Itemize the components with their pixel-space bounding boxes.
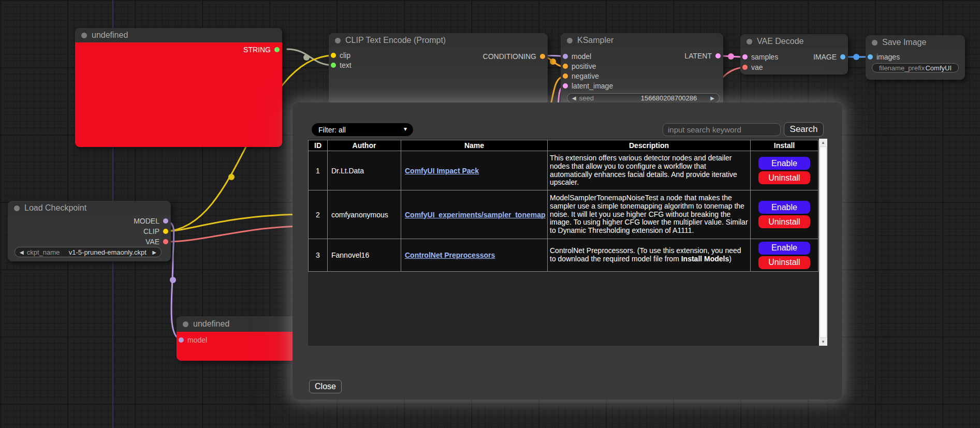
input-slot-positive[interactable] [563,64,568,69]
input-label: latent_image [572,82,613,90]
table-scroll-area: ID Author Name Description Install 1 Dr.… [308,139,827,346]
node-title-bar[interactable]: Save Image [866,35,965,50]
node-title-bar[interactable]: KSampler [561,33,723,48]
node-title-bar[interactable]: VAE Decode [740,34,848,49]
custom-nodes-manager-dialog: Filter: all ▾ Search ID Author Name Desc… [292,102,842,400]
wire-clip-branch [165,214,299,231]
input-slot-model[interactable] [179,337,184,343]
scrollbar-thumb[interactable] [820,146,827,338]
input-slot-negative[interactable] [563,73,568,79]
input-label: vae [751,63,763,71]
scroll-up-icon[interactable]: ▲ [819,139,827,146]
cell-id: 3 [309,239,328,272]
cell-author: Dr.Lt.Data [328,151,401,190]
output-slot-model[interactable] [163,218,168,224]
ckpt-name-widget[interactable]: ◀ ckpt_name v1-5-pruned-emaonly.ckpt ▶ [14,247,162,257]
scroll-down-icon[interactable]: ▼ [819,338,827,346]
enable-button[interactable]: Enable [758,157,810,170]
cell-install: Enable Uninstall [751,239,818,272]
output-slot-vae[interactable] [163,239,168,244]
input-slot-model[interactable] [563,54,568,59]
node-title: CLIP Text Encode (Prompt) [345,36,446,45]
output-slot-clip[interactable] [163,229,168,234]
input-label: model [572,52,591,61]
collapse-dot-icon[interactable] [335,38,341,43]
output-label: STRING [243,46,271,54]
enable-button[interactable]: Enable [758,242,810,255]
node-title-bar[interactable]: Load Checkpoint [8,201,171,215]
output-label: VAE [145,238,159,246]
node-ksampler[interactable]: KSampler model positive negative latent_… [561,33,723,106]
next-arrow-icon[interactable]: ▶ [152,249,156,255]
collapse-dot-icon[interactable] [183,321,188,327]
decrement-arrow-icon[interactable]: ◀ [572,95,576,101]
node-title-bar[interactable]: undefined [75,28,282,42]
enable-button[interactable]: Enable [758,201,810,214]
input-label: text [340,61,352,69]
widget-value: 156680208700286 [641,94,697,102]
node-title: Save Image [882,38,926,47]
input-slot-samples[interactable] [742,54,748,60]
node-clip-text-encode[interactable]: CLIP Text Encode (Prompt) clip text COND… [329,33,548,106]
widget-label: ckpt_name [27,248,60,256]
output-slot-latent[interactable] [715,53,721,58]
node-undefined-bottom[interactable]: undefined model [177,316,298,361]
input-slot-latent-image[interactable] [563,83,568,88]
increment-arrow-icon[interactable]: ▶ [710,95,714,101]
input-label: model [187,336,207,344]
uninstall-button[interactable]: Uninstall [758,215,810,228]
input-slot-text[interactable] [331,63,336,68]
output-label: CLIP [143,227,159,235]
node-undefined-top[interactable]: undefined STRING [75,28,282,147]
seed-widget[interactable]: ◀ seed 156680208700286 ▶ [567,93,720,103]
node-title: Load Checkpoint [24,203,86,213]
node-title: undefined [193,319,229,329]
node-save-image[interactable]: Save Image images filename_prefix ComfyU… [866,35,965,80]
output-slot-image[interactable] [840,54,845,60]
table-row: 2 comfyanonymous ComfyUI_experiments/sam… [309,190,818,239]
table-header-row: ID Author Name Description Install [309,140,818,151]
input-slot-vae[interactable] [742,65,748,70]
collapse-dot-icon[interactable] [81,33,87,38]
search-button[interactable]: Search [784,122,824,137]
widget-value: v1-5-pruned-emaonly.ckpt [63,248,152,256]
cell-id: 1 [309,151,328,190]
prev-arrow-icon[interactable]: ◀ [20,249,24,255]
node-load-checkpoint[interactable]: Load Checkpoint MODEL CLIP VAE ◀ ckpt_na… [8,201,171,261]
node-title-bar[interactable]: CLIP Text Encode (Prompt) [329,33,548,48]
input-slot-images[interactable] [868,54,873,60]
collapse-dot-icon[interactable] [747,39,752,45]
output-slot-conditioning[interactable] [540,54,545,59]
close-button[interactable]: Close [309,380,342,393]
extension-link[interactable]: ComfyUI_experiments/sampler_tonemap [405,211,546,219]
node-title: VAE Decode [757,37,803,46]
output-label: LATENT [684,52,712,60]
cell-description: This extension offers various detector n… [548,151,751,190]
output-slot-string[interactable] [274,47,280,52]
collapse-dot-icon[interactable] [872,40,877,46]
col-header-name: Name [401,140,548,151]
input-label: positive [572,62,596,70]
uninstall-button[interactable]: Uninstall [758,256,810,269]
search-input[interactable] [663,123,781,136]
widget-label: filename_prefix [879,64,925,72]
collapse-dot-icon[interactable] [14,205,20,211]
cell-description: ControlNet Preprocessors. (To use this e… [548,239,751,272]
input-slot-clip[interactable] [331,53,336,58]
extension-link[interactable]: ControlNet Preprocessors [405,251,495,259]
node-title-bar[interactable]: undefined [177,316,298,332]
collapse-dot-icon[interactable] [567,38,573,43]
cell-name: ControlNet Preprocessors [401,239,548,272]
node-vae-decode[interactable]: VAE Decode samples vae IMAGE [740,34,848,75]
vertical-scrollbar[interactable]: ▲ ▼ [819,139,827,346]
filename-prefix-widget[interactable]: filename_prefix ComfyUI [872,63,959,72]
comfyui-canvas[interactable]: { "canvas": { "nodes": { "undefined_top"… [0,0,980,428]
col-header-id: ID [309,140,328,151]
table-row: 1 Dr.Lt.Data ComfyUI Impact Pack This ex… [309,151,818,190]
extension-link[interactable]: ComfyUI Impact Pack [405,167,479,175]
filter-select[interactable]: Filter: all [312,123,413,136]
table-row: 3 Fannovel16 ControlNet Preprocessors Co… [309,239,818,272]
cell-author: Fannovel16 [328,239,401,272]
uninstall-button[interactable]: Uninstall [758,171,810,184]
cell-description: ModelSamplerTonemapNoiseTest a node that… [548,190,751,239]
